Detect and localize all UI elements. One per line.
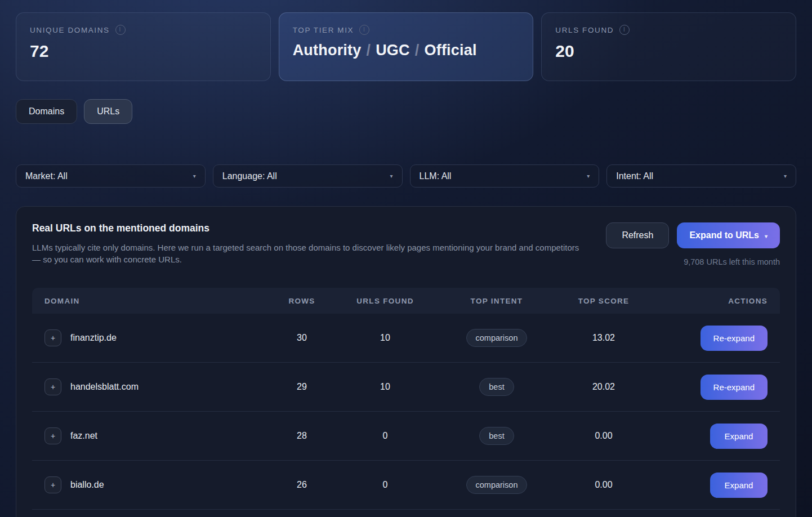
- info-icon[interactable]: i: [115, 25, 126, 35]
- tier-separator: /: [410, 42, 425, 59]
- refresh-button[interactable]: Refresh: [606, 222, 669, 248]
- actions-cell: Re-expand: [640, 375, 768, 400]
- column-header-rows: ROWS: [260, 297, 344, 305]
- stat-label: TOP TIER MIX i: [293, 25, 520, 35]
- top-score: 0.00: [567, 480, 640, 490]
- column-header-actions: ACTIONS: [640, 297, 768, 305]
- filter-llm[interactable]: LLM: All ▾: [410, 164, 600, 188]
- filter-label: Intent: All: [616, 171, 653, 181]
- rows-count: 26: [260, 480, 344, 490]
- chevron-down-icon: ▾: [193, 173, 196, 179]
- top-score: 20.02: [567, 382, 640, 392]
- table-row: + faz.net 28 0 best 0.00 Expand: [32, 412, 780, 461]
- urls-found-count: 0: [344, 480, 426, 490]
- top-intent-cell: comparison: [426, 476, 567, 494]
- info-icon[interactable]: i: [359, 25, 369, 35]
- panel-description: LLMs typically cite only domains. Here w…: [32, 242, 587, 265]
- top-intent-cell: comparison: [426, 329, 567, 347]
- panel-header-text: Real URLs on the mentioned domains LLMs …: [32, 222, 587, 265]
- row-expand-toggle[interactable]: +: [44, 476, 61, 493]
- top-intent-cell: best: [426, 427, 567, 445]
- stat-label-text: TOP TIER MIX: [293, 26, 354, 34]
- stat-card-unique-domains: UNIQUE DOMAINS i 72: [16, 12, 271, 81]
- chevron-down-icon: ▾: [587, 173, 590, 179]
- tab-urls[interactable]: URLs: [84, 99, 132, 124]
- top-score: 0.00: [567, 431, 640, 441]
- stat-value: 72: [30, 42, 257, 61]
- urls-found-count: 10: [344, 382, 426, 392]
- plus-icon: +: [51, 383, 55, 391]
- real-urls-panel: Real URLs on the mentioned domains LLMs …: [16, 206, 796, 517]
- expand-row-button[interactable]: Expand: [710, 424, 768, 449]
- tier-separator: /: [361, 42, 376, 59]
- row-expand-toggle[interactable]: +: [44, 329, 61, 346]
- top-score: 13.02: [567, 333, 640, 343]
- intent-badge: comparison: [466, 476, 528, 494]
- plus-icon: +: [51, 481, 55, 489]
- stats-row: UNIQUE DOMAINS i 72 TOP TIER MIX i Autho…: [0, 0, 812, 81]
- domain-name: handelsblatt.com: [70, 382, 139, 392]
- domain-name: biallo.de: [70, 480, 104, 490]
- stat-label: UNIQUE DOMAINS i: [30, 25, 257, 35]
- expand-row-button[interactable]: Expand: [710, 473, 768, 498]
- stat-value: Authority/UGC/Official: [293, 42, 520, 59]
- domain-name: faz.net: [70, 431, 97, 441]
- expand-row-button[interactable]: Re-expand: [701, 326, 768, 351]
- domain-cell: + finanztip.de: [44, 329, 260, 346]
- rows-count: 28: [260, 431, 344, 441]
- stat-label: URLS FOUND i: [555, 25, 782, 35]
- column-header-top-intent: TOP INTENT: [426, 297, 567, 305]
- stat-label-text: URLS FOUND: [555, 26, 614, 34]
- row-expand-toggle[interactable]: +: [44, 427, 61, 444]
- domains-table: DOMAIN ROWS URLS FOUND TOP INTENT TOP SC…: [32, 288, 780, 510]
- intent-badge: best: [479, 378, 514, 396]
- plus-icon: +: [51, 432, 55, 440]
- actions-cell: Expand: [640, 424, 768, 449]
- domain-cell: + faz.net: [44, 427, 260, 444]
- panel-actions: Refresh Expand to URLs▾ 9,708 URLs left …: [606, 222, 780, 266]
- table-row: + handelsblatt.com 29 10 best 20.02 Re-e…: [32, 363, 780, 412]
- column-header-top-score: TOP SCORE: [567, 297, 640, 305]
- domain-cell: + biallo.de: [44, 476, 260, 493]
- actions-cell: Re-expand: [640, 326, 768, 351]
- expand-to-urls-button[interactable]: Expand to URLs▾: [677, 222, 780, 248]
- filter-market[interactable]: Market: All ▾: [16, 164, 206, 188]
- top-intent-cell: best: [426, 378, 567, 396]
- filter-intent[interactable]: Intent: All ▾: [606, 164, 796, 188]
- expand-to-urls-label: Expand to URLs: [689, 230, 759, 240]
- tab-domains[interactable]: Domains: [16, 99, 77, 124]
- table-row: + biallo.de 26 0 comparison 0.00 Expand: [32, 461, 780, 510]
- column-header-urls-found: URLS FOUND: [344, 297, 426, 305]
- table-body: + finanztip.de 30 10 comparison 13.02 Re…: [32, 314, 780, 510]
- chevron-down-icon: ▾: [784, 173, 787, 179]
- urls-found-count: 10: [344, 333, 426, 343]
- urls-found-count: 0: [344, 431, 426, 441]
- stat-card-urls-found: URLS FOUND i 20: [541, 12, 796, 81]
- info-icon[interactable]: i: [619, 25, 630, 35]
- panel-header: Real URLs on the mentioned domains LLMs …: [32, 222, 780, 266]
- filter-language[interactable]: Language: All ▾: [213, 164, 403, 188]
- rows-count: 30: [260, 333, 344, 343]
- filters-row: Market: All ▾ Language: All ▾ LLM: All ▾…: [0, 124, 812, 188]
- chevron-down-icon: ▾: [765, 233, 768, 239]
- view-tabs: Domains URLs: [0, 81, 812, 124]
- row-expand-toggle[interactable]: +: [44, 378, 61, 395]
- rows-count: 29: [260, 382, 344, 392]
- stat-value: 20: [555, 42, 782, 61]
- stat-label-text: UNIQUE DOMAINS: [30, 26, 110, 34]
- domain-name: finanztip.de: [70, 333, 117, 343]
- table-header-row: DOMAIN ROWS URLS FOUND TOP INTENT TOP SC…: [32, 288, 780, 314]
- quota-note: 9,708 URLs left this month: [684, 257, 780, 266]
- filter-label: LLM: All: [420, 171, 452, 181]
- table-row: + finanztip.de 30 10 comparison 13.02 Re…: [32, 314, 780, 363]
- tier-authority: Authority: [293, 42, 362, 59]
- plus-icon: +: [51, 334, 55, 342]
- domain-cell: + handelsblatt.com: [44, 378, 260, 395]
- actions-cell: Expand: [640, 473, 768, 498]
- chevron-down-icon: ▾: [390, 173, 392, 179]
- tier-official: Official: [424, 42, 476, 59]
- column-header-domain: DOMAIN: [44, 297, 260, 305]
- intent-badge: comparison: [466, 329, 528, 347]
- panel-title: Real URLs on the mentioned domains: [32, 222, 587, 234]
- expand-row-button[interactable]: Re-expand: [701, 375, 768, 400]
